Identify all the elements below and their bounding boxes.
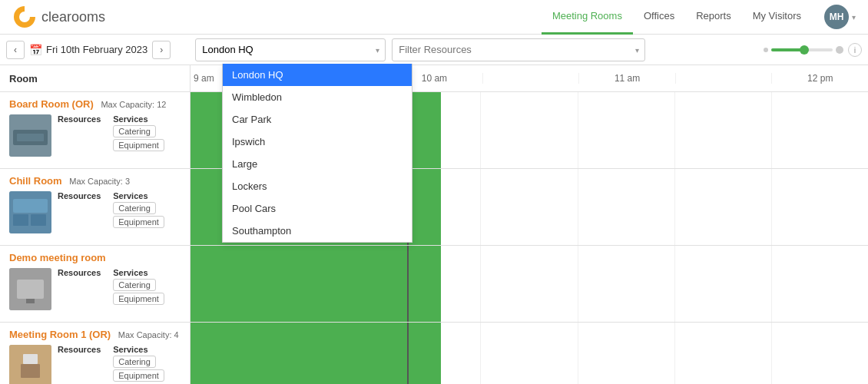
room-name-demo[interactable]: Demo meeting room <box>9 252 106 263</box>
dropdown-item-car-park[interactable]: Car Park <box>223 108 412 131</box>
zoom-slider[interactable] <box>764 46 843 54</box>
logo: clearooms <box>12 5 105 29</box>
grid-col <box>481 246 578 322</box>
zoom-track[interactable] <box>771 48 833 51</box>
toolbar: ‹ 📅 Fri 10th February 2023 › ▾ ▾ i <box>0 35 868 65</box>
calendar-row-meeting1[interactable] <box>190 323 868 384</box>
room-capacity-chill-room: Max Capacity: 3 <box>69 177 130 186</box>
location-dropdown[interactable]: London HQ Wimbledon Car Park Ipswich Lar… <box>222 64 412 243</box>
dropdown-item-wimbledon[interactable]: Wimbledon <box>223 86 412 108</box>
room-details-demo: Resources Services Catering Equipment <box>9 268 181 310</box>
room-photo-chill-room <box>9 191 51 233</box>
time-12pm: 12 pm <box>771 73 868 84</box>
room-name-chill-room[interactable]: Chill Room <box>9 175 62 187</box>
header: clearooms Meeting Rooms Offices Reports … <box>0 0 868 35</box>
svg-rect-7 <box>13 214 28 226</box>
zoom-fill <box>771 48 802 51</box>
resources-col-meeting1: Resources <box>58 345 101 382</box>
service-labels-chill: Resources Services Catering Equipment <box>58 191 164 228</box>
svg-rect-2 <box>25 6 35 17</box>
room-photo-img <box>9 114 51 157</box>
service-catering-meeting1[interactable]: Catering <box>113 356 156 368</box>
room-info-chill-room: Resources Services Catering Equipment <box>58 191 164 233</box>
grid-col <box>675 169 772 245</box>
service-catering[interactable]: Catering <box>113 125 156 137</box>
services-col-meeting1: Services Catering Equipment <box>113 345 164 382</box>
main-nav: Meeting Rooms Offices Reports My Visitor… <box>542 0 856 35</box>
service-catering-chill[interactable]: Catering <box>113 202 156 214</box>
prev-day-button[interactable]: ‹ <box>6 41 25 59</box>
booking-bar-meeting1 <box>190 323 441 384</box>
services-col-chill: Services Catering Equipment <box>113 191 164 228</box>
filter-input[interactable] <box>392 38 645 61</box>
room-item-meeting1: Meeting Room 1 (OR) Max Capacity: 4 Reso… <box>0 323 190 384</box>
services-col-demo: Services Catering Equipment <box>113 268 164 305</box>
zoom-min-indicator <box>764 48 768 52</box>
dropdown-item-large[interactable]: Large <box>223 153 412 175</box>
grid-col <box>772 169 868 245</box>
location-selector[interactable]: ▾ <box>195 38 386 61</box>
room-item-chill-room: Chill Room Max Capacity: 3 Resources <box>0 169 190 246</box>
zoom-max-indicator <box>836 46 843 54</box>
room-photo-img-meeting1 <box>9 345 51 384</box>
dropdown-item-london-hq[interactable]: London HQ <box>223 64 412 86</box>
info-button[interactable]: i <box>848 43 862 57</box>
nav-meeting-rooms[interactable]: Meeting Rooms <box>542 0 633 35</box>
location-input[interactable] <box>195 38 386 61</box>
service-equipment-demo[interactable]: Equipment <box>113 293 164 305</box>
grid-col <box>675 323 772 384</box>
resources-col-chill: Resources <box>58 191 101 228</box>
svg-rect-8 <box>31 214 46 226</box>
nav-my-visitors[interactable]: My Visitors <box>742 0 812 35</box>
zoom-thumb[interactable] <box>800 45 809 55</box>
room-photo-demo <box>9 268 51 310</box>
user-menu[interactable]: MH ▾ <box>812 5 856 29</box>
time-11am: 11 am <box>578 73 675 84</box>
service-catering-demo[interactable]: Catering <box>113 279 156 291</box>
next-day-button[interactable]: › <box>152 41 171 59</box>
grid-col <box>481 92 578 168</box>
grid-col <box>578 92 675 168</box>
grid-col <box>675 92 772 168</box>
grid-col <box>481 169 578 245</box>
calendar-row-demo[interactable] <box>190 246 868 323</box>
svg-rect-12 <box>26 299 35 303</box>
filter-resources-selector[interactable]: ▾ <box>392 38 645 61</box>
svg-rect-15 <box>23 354 38 364</box>
room-capacity-meeting1: Max Capacity: 4 <box>118 330 179 339</box>
app-name: clearooms <box>41 9 105 25</box>
room-list-panel: Room Board Room (OR) Max Capacity: 12 <box>0 65 190 384</box>
room-name-meeting1[interactable]: Meeting Room 1 (OR) <box>9 329 111 340</box>
grid-col <box>578 246 675 322</box>
resources-col-demo: Resources <box>58 268 101 305</box>
logo-icon <box>12 5 37 29</box>
service-equipment-meeting1[interactable]: Equipment <box>113 369 164 382</box>
services-col: Services Catering Equipment <box>113 114 164 151</box>
date-text: Fri 10th February 2023 <box>46 44 147 55</box>
main-content: Room Board Room (OR) Max Capacity: 12 <box>0 65 868 384</box>
room-photo-img-chill <box>9 191 51 233</box>
service-equipment-chill[interactable]: Equipment <box>113 216 164 228</box>
dropdown-item-pool-cars[interactable]: Pool Cars <box>223 197 412 220</box>
nav-offices[interactable]: Offices <box>633 0 685 35</box>
avatar[interactable]: MH <box>824 5 849 29</box>
nav-reports[interactable]: Reports <box>685 0 742 35</box>
room-info-board-room: Resources Services Catering Equipment <box>58 114 164 157</box>
svg-rect-11 <box>17 280 44 299</box>
room-info-meeting1: Resources Services Catering Equipment <box>58 345 164 384</box>
room-column-header: Room <box>0 65 190 92</box>
calendar-icon: 📅 <box>29 44 42 56</box>
current-time-line-3 <box>407 246 409 322</box>
room-details-chill-room: Resources Services Catering Equipment <box>9 191 181 233</box>
room-photo-board-room <box>9 114 51 157</box>
dropdown-item-ipswich[interactable]: Ipswich <box>223 131 412 153</box>
service-equipment[interactable]: Equipment <box>113 139 164 151</box>
booking-bar-demo <box>190 246 441 322</box>
room-photo-meeting1 <box>9 345 51 384</box>
room-name-board-room[interactable]: Board Room (OR) <box>9 98 94 110</box>
room-item-board-room: Board Room (OR) Max Capacity: 12 Resourc… <box>0 92 190 169</box>
service-labels: Resources Services Catering Equipment <box>58 114 164 151</box>
dropdown-item-lockers[interactable]: Lockers <box>223 175 412 197</box>
time-empty3 <box>675 73 772 84</box>
dropdown-item-southampton[interactable]: Southampton <box>223 220 412 242</box>
